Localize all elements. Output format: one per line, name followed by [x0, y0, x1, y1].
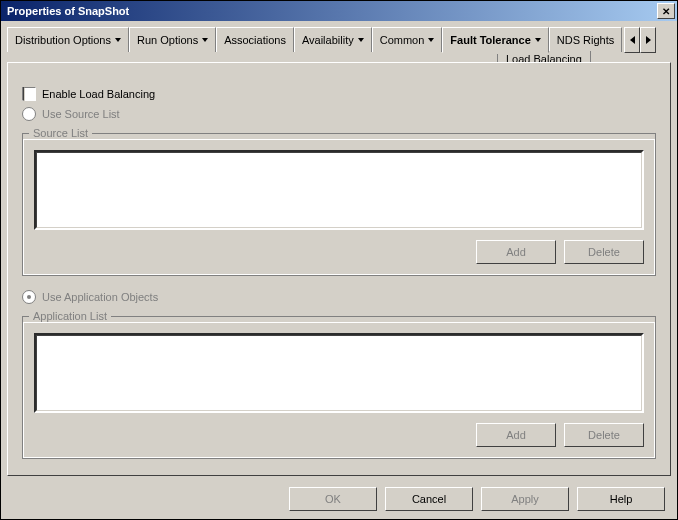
- tab-label: Run Options: [137, 34, 198, 46]
- tab-availability[interactable]: Availability: [294, 27, 372, 52]
- tab-run-options[interactable]: Run Options: [129, 27, 216, 52]
- app-delete-button[interactable]: Delete: [564, 423, 644, 447]
- tab-common[interactable]: Common: [372, 27, 443, 52]
- tab-strip: Distribution Options Run Options Associa…: [7, 27, 671, 63]
- tab-label: Common: [380, 34, 425, 46]
- application-list-box[interactable]: [34, 333, 644, 413]
- close-icon: ✕: [662, 6, 670, 17]
- dialog-footer: OK Cancel Apply Help: [289, 487, 665, 511]
- window-title: Properties of SnapShot: [3, 5, 129, 17]
- chevron-down-icon: [202, 38, 208, 42]
- app-add-button[interactable]: Add: [476, 423, 556, 447]
- application-list-group: Application List Add Delete: [22, 310, 656, 459]
- chevron-down-icon: [115, 38, 121, 42]
- tab-fault-tolerance[interactable]: Fault Tolerance: [442, 27, 548, 53]
- source-add-button[interactable]: Add: [476, 240, 556, 264]
- source-list-box[interactable]: [34, 150, 644, 230]
- title-bar: Properties of SnapShot ✕: [1, 1, 677, 21]
- application-list-legend: Application List: [29, 310, 111, 322]
- ok-button[interactable]: OK: [289, 487, 377, 511]
- source-list-group: Source List Add Delete: [22, 127, 656, 276]
- radio-icon: [22, 290, 36, 304]
- tab-scroll-buttons: [624, 27, 656, 53]
- checkbox-label: Enable Load Balancing: [42, 88, 155, 100]
- client-area: Distribution Options Run Options Associa…: [1, 21, 677, 519]
- enable-load-balancing-checkbox[interactable]: Enable Load Balancing: [22, 87, 656, 101]
- arrow-left-icon: [630, 36, 635, 44]
- help-button[interactable]: Help: [577, 487, 665, 511]
- tab-label: Availability: [302, 34, 354, 46]
- use-source-list-radio[interactable]: Use Source List: [22, 107, 656, 121]
- tab-label: NDS Rights: [557, 34, 614, 46]
- tab-page: Enable Load Balancing Use Source List So…: [7, 62, 671, 476]
- radio-icon: [22, 107, 36, 121]
- tab-distribution-options[interactable]: Distribution Options: [7, 27, 129, 52]
- arrow-right-icon: [646, 36, 651, 44]
- use-application-objects-radio[interactable]: Use Application Objects: [22, 290, 656, 304]
- chevron-down-icon: [358, 38, 364, 42]
- cancel-button[interactable]: Cancel: [385, 487, 473, 511]
- tab-label: Fault Tolerance: [450, 34, 530, 46]
- tab-label: Distribution Options: [15, 34, 111, 46]
- close-button[interactable]: ✕: [657, 3, 675, 19]
- radio-label: Use Application Objects: [42, 291, 158, 303]
- tab-nds-rights[interactable]: NDS Rights: [549, 27, 622, 52]
- source-delete-button[interactable]: Delete: [564, 240, 644, 264]
- radio-label: Use Source List: [42, 108, 120, 120]
- source-list-legend: Source List: [29, 127, 92, 139]
- apply-button[interactable]: Apply: [481, 487, 569, 511]
- properties-window: Properties of SnapShot ✕ Distribution Op…: [0, 0, 678, 520]
- checkbox-icon: [22, 87, 36, 101]
- tab-label: Associations: [224, 34, 286, 46]
- tab-scroll-right[interactable]: [640, 27, 656, 53]
- tab-associations[interactable]: Associations: [216, 27, 294, 52]
- chevron-down-icon: [428, 38, 434, 42]
- tab-scroll-left[interactable]: [624, 27, 640, 53]
- chevron-down-icon: [535, 38, 541, 42]
